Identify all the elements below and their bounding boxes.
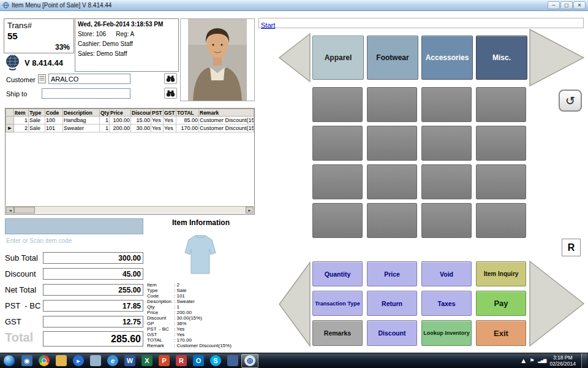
close-button[interactable]: ✕ — [573, 1, 586, 9]
item-info-value: : Customer Discount(15%) — [174, 343, 232, 348]
taskbar-folder-icon[interactable] — [53, 354, 70, 368]
taskbar-excel-icon[interactable]: X — [138, 354, 156, 368]
item-code-input[interactable] — [5, 218, 143, 234]
item-row-selected[interactable]: ▶ 2 Sale 101 Sweater 1 200.00 30.00 Yes … — [6, 125, 254, 132]
row-selector[interactable] — [6, 117, 14, 125]
cell-qty: 1 — [100, 125, 110, 132]
void-button[interactable]: Void — [421, 261, 472, 286]
taskbar-powerpoint-icon[interactable]: P — [156, 354, 173, 368]
taskbar-chrome-icon[interactable] — [36, 354, 53, 368]
item-slot-button[interactable] — [421, 164, 472, 199]
subtotal-value: 300.00 — [43, 252, 143, 264]
item-slot-button[interactable] — [476, 203, 526, 238]
show-desktop-button[interactable] — [581, 353, 587, 368]
item-slot-button[interactable] — [367, 87, 417, 122]
item-slot-button[interactable] — [476, 126, 526, 161]
item-slot-button[interactable] — [367, 126, 417, 161]
start-link[interactable]: Start — [261, 21, 275, 29]
remarks-button[interactable]: Remarks — [312, 320, 363, 346]
page-right-top-arrow[interactable] — [529, 29, 584, 89]
network-icon[interactable]: ▂▄▆ — [538, 358, 546, 363]
item-slot-button[interactable] — [421, 87, 472, 122]
customer-search-button[interactable] — [164, 73, 177, 84]
taskbar-skype-icon[interactable]: S — [207, 354, 224, 368]
item-slot-button[interactable] — [476, 164, 526, 199]
pst-value: 17.85 — [43, 300, 143, 312]
page-left-top-arrow[interactable] — [279, 33, 311, 85]
column-header-code: Code — [45, 109, 63, 117]
item-info-label: GP — [147, 321, 174, 326]
item-slot-button[interactable] — [421, 126, 472, 161]
taskbar-media-player-icon[interactable]: ▸ — [70, 354, 87, 368]
item-info-label: GST — [147, 332, 174, 337]
action-center-icon[interactable]: ⚑ — [529, 358, 534, 364]
minimize-button[interactable]: ─ — [548, 1, 560, 9]
ship-to-label: Ship to — [6, 90, 27, 98]
maximize-button[interactable]: □ — [560, 1, 573, 9]
item-slot-button[interactable] — [312, 203, 363, 238]
column-header-item: Item — [14, 109, 29, 117]
pay-button[interactable]: Pay — [476, 291, 526, 316]
item-information-details: Item: 2 Type: Sale Code: 101 Description… — [147, 282, 256, 348]
discount-button[interactable]: Discount — [367, 320, 417, 346]
cell-total: 85.00 — [176, 117, 199, 125]
table-horizontal-scrollbar[interactable]: ◄ ► — [6, 206, 254, 213]
session-datetime: Wed, 26-Feb-2014 3:18:53 PM — [78, 21, 176, 28]
customer-list-icon[interactable] — [38, 74, 46, 86]
cell-code: 101 — [45, 125, 63, 132]
current-row-icon[interactable]: ▶ — [6, 125, 14, 132]
taskbar-pictures-icon[interactable] — [87, 354, 104, 368]
cashier-name: Cashier: Demo Staff — [78, 40, 176, 47]
taskbar-clock[interactable]: 3:18 PM 02/26/2014 — [549, 355, 576, 367]
item-info-value: : 2 — [174, 282, 179, 288]
category-accessories-button[interactable]: Accessories — [421, 36, 473, 80]
item-inquiry-button[interactable]: Item Inquiry — [476, 261, 526, 286]
taskbar-internet-explorer-icon[interactable]: e — [104, 354, 121, 368]
return-button[interactable]: Return — [367, 291, 417, 316]
item-info-label: Item — [147, 282, 174, 288]
item-info-label: Qty — [147, 304, 174, 310]
subtotal-label: Sub Total — [5, 253, 38, 263]
ship-to-search-button[interactable] — [164, 88, 177, 99]
transaction-type-button[interactable]: Transaction Type — [312, 291, 363, 316]
start-button[interactable] — [3, 355, 15, 367]
scroll-right-icon[interactable]: ► — [246, 207, 254, 213]
category-apparel-button[interactable]: Apparel — [312, 36, 364, 80]
taskbar-r-console-icon[interactable]: R — [173, 354, 190, 368]
item-row[interactable]: 1 Sale 100 Handbag 1 100.00 15.00 Yes Ye… — [6, 117, 254, 125]
item-info-label: Type — [147, 288, 174, 293]
price-button[interactable]: Price — [367, 261, 417, 286]
item-slot-button[interactable] — [312, 87, 363, 122]
quantity-button[interactable]: Quantity — [312, 261, 363, 286]
item-information-title: Item Information — [147, 218, 255, 227]
category-footwear-button[interactable]: Footwear — [367, 36, 418, 80]
scrollbar-thumb[interactable] — [14, 207, 35, 213]
exit-button[interactable]: Exit — [476, 320, 526, 346]
ship-to-input[interactable] — [42, 88, 130, 99]
category-misc-button[interactable]: Misc. — [476, 36, 527, 80]
taskbar-outlook-icon[interactable]: O — [190, 354, 207, 368]
tray-expand-icon[interactable]: ▲ — [521, 358, 526, 364]
discount-label: Discount — [5, 269, 36, 278]
taskbar-word-icon[interactable]: W — [121, 354, 138, 368]
refresh-button[interactable]: ↺ — [559, 90, 582, 112]
scroll-left-icon[interactable]: ◄ — [6, 207, 14, 213]
item-slot-button[interactable] — [312, 164, 363, 199]
item-info-label: Description — [147, 299, 174, 304]
item-slot-button[interactable] — [312, 126, 363, 161]
item-slot-button[interactable] — [367, 203, 417, 238]
item-slot-button[interactable] — [476, 87, 526, 122]
taskbar-media-center-icon[interactable]: ◉ — [18, 354, 36, 368]
lookup-inventory-button[interactable]: Lookup Inventory — [421, 320, 472, 346]
item-slot-button[interactable] — [367, 164, 417, 199]
item-info-value: : 36% — [174, 321, 186, 326]
taxes-button[interactable]: Taxes — [421, 291, 472, 316]
customer-input[interactable] — [48, 74, 130, 84]
taskbar-pos-application-icon[interactable]: ⊕ — [241, 354, 258, 368]
taskbar-remote-desktop-icon[interactable] — [224, 354, 241, 368]
page-right-bottom-arrow[interactable] — [529, 260, 584, 350]
item-info-value: : 200.00 — [174, 310, 192, 315]
item-slot-button[interactable] — [421, 203, 472, 238]
r-button[interactable]: R — [562, 239, 581, 256]
page-left-bottom-arrow[interactable] — [279, 261, 311, 350]
